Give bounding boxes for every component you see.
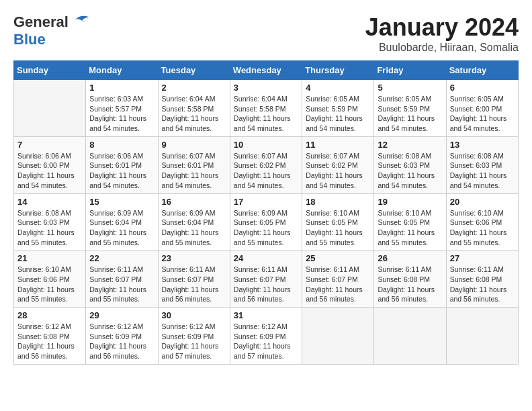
day-number: 9 bbox=[162, 140, 226, 150]
calendar-week-row: 28Sunrise: 6:12 AMSunset: 6:08 PMDayligh… bbox=[14, 308, 519, 365]
calendar-week-row: 21Sunrise: 6:10 AMSunset: 6:06 PMDayligh… bbox=[14, 250, 519, 308]
title-section: January 2024 Buulobarde, Hiiraan, Somali… bbox=[365, 13, 519, 54]
calendar-day-cell: 26Sunrise: 6:11 AMSunset: 6:08 PMDayligh… bbox=[374, 250, 446, 308]
logo-bird-icon bbox=[70, 14, 91, 29]
logo: General Blue bbox=[13, 13, 91, 48]
day-info: Sunrise: 6:10 AMSunset: 6:05 PMDaylight:… bbox=[378, 208, 442, 248]
day-info: Sunrise: 6:10 AMSunset: 6:05 PMDaylight:… bbox=[306, 208, 370, 248]
day-number: 25 bbox=[306, 253, 370, 263]
day-info: Sunrise: 6:09 AMSunset: 6:05 PMDaylight:… bbox=[234, 208, 298, 248]
empty-cell bbox=[14, 80, 86, 137]
calendar-day-cell: 19Sunrise: 6:10 AMSunset: 6:05 PMDayligh… bbox=[374, 193, 446, 250]
day-number: 23 bbox=[162, 253, 226, 263]
empty-cell bbox=[302, 308, 374, 365]
weekday-header: Saturday bbox=[446, 61, 518, 80]
day-info: Sunrise: 6:11 AMSunset: 6:07 PMDaylight:… bbox=[162, 265, 226, 304]
calendar-day-cell: 14Sunrise: 6:08 AMSunset: 6:03 PMDayligh… bbox=[14, 193, 86, 250]
day-info: Sunrise: 6:11 AMSunset: 6:07 PMDaylight:… bbox=[234, 265, 298, 304]
day-number: 15 bbox=[89, 197, 154, 207]
calendar-day-cell: 18Sunrise: 6:10 AMSunset: 6:05 PMDayligh… bbox=[302, 193, 374, 250]
day-number: 3 bbox=[234, 83, 298, 93]
day-number: 19 bbox=[378, 197, 442, 207]
day-info: Sunrise: 6:12 AMSunset: 6:09 PMDaylight:… bbox=[234, 322, 298, 361]
calendar-day-cell: 5Sunrise: 6:05 AMSunset: 5:59 PMDaylight… bbox=[374, 80, 446, 137]
calendar-day-cell: 22Sunrise: 6:11 AMSunset: 6:07 PMDayligh… bbox=[86, 250, 158, 308]
day-info: Sunrise: 6:04 AMSunset: 5:58 PMDaylight:… bbox=[234, 94, 298, 134]
day-info: Sunrise: 6:05 AMSunset: 5:59 PMDaylight:… bbox=[378, 94, 442, 134]
day-info: Sunrise: 6:10 AMSunset: 6:06 PMDaylight:… bbox=[17, 265, 82, 304]
day-number: 5 bbox=[378, 83, 442, 93]
calendar-day-cell: 4Sunrise: 6:05 AMSunset: 5:59 PMDaylight… bbox=[302, 80, 374, 137]
day-number: 14 bbox=[17, 197, 82, 207]
day-number: 18 bbox=[306, 197, 370, 207]
day-info: Sunrise: 6:12 AMSunset: 6:08 PMDaylight:… bbox=[17, 322, 82, 361]
day-number: 28 bbox=[17, 310, 82, 320]
day-number: 1 bbox=[89, 83, 154, 93]
day-info: Sunrise: 6:09 AMSunset: 6:04 PMDaylight:… bbox=[162, 208, 226, 248]
day-info: Sunrise: 6:04 AMSunset: 5:58 PMDaylight:… bbox=[162, 94, 226, 134]
logo-general-text: General bbox=[13, 13, 69, 31]
calendar-day-cell: 8Sunrise: 6:06 AMSunset: 6:01 PMDaylight… bbox=[86, 136, 158, 193]
day-info: Sunrise: 6:08 AMSunset: 6:03 PMDaylight:… bbox=[378, 151, 442, 191]
calendar-day-cell: 17Sunrise: 6:09 AMSunset: 6:05 PMDayligh… bbox=[230, 193, 302, 250]
calendar-week-row: 1Sunrise: 6:03 AMSunset: 5:57 PMDaylight… bbox=[14, 80, 519, 137]
calendar-day-cell: 21Sunrise: 6:10 AMSunset: 6:06 PMDayligh… bbox=[14, 250, 86, 308]
calendar-day-cell: 9Sunrise: 6:07 AMSunset: 6:01 PMDaylight… bbox=[158, 136, 230, 193]
day-number: 22 bbox=[89, 253, 154, 263]
calendar-week-row: 14Sunrise: 6:08 AMSunset: 6:03 PMDayligh… bbox=[14, 193, 519, 250]
day-number: 11 bbox=[306, 140, 370, 150]
day-info: Sunrise: 6:12 AMSunset: 6:09 PMDaylight:… bbox=[162, 322, 226, 361]
day-number: 16 bbox=[162, 197, 226, 207]
day-number: 26 bbox=[378, 253, 442, 263]
day-number: 7 bbox=[17, 140, 82, 150]
page-header: General Blue January 2024 Buulobarde, Hi… bbox=[13, 13, 519, 54]
calendar-day-cell: 29Sunrise: 6:12 AMSunset: 6:09 PMDayligh… bbox=[86, 308, 158, 365]
day-info: Sunrise: 6:10 AMSunset: 6:06 PMDaylight:… bbox=[450, 208, 515, 248]
day-number: 12 bbox=[378, 140, 442, 150]
calendar-day-cell: 23Sunrise: 6:11 AMSunset: 6:07 PMDayligh… bbox=[158, 250, 230, 308]
calendar-day-cell: 7Sunrise: 6:06 AMSunset: 6:00 PMDaylight… bbox=[14, 136, 86, 193]
calendar-week-row: 7Sunrise: 6:06 AMSunset: 6:00 PMDaylight… bbox=[14, 136, 519, 193]
day-number: 4 bbox=[306, 83, 370, 93]
empty-cell bbox=[446, 308, 518, 365]
day-number: 17 bbox=[234, 197, 298, 207]
day-info: Sunrise: 6:11 AMSunset: 6:07 PMDaylight:… bbox=[89, 265, 154, 304]
day-info: Sunrise: 6:08 AMSunset: 6:03 PMDaylight:… bbox=[450, 151, 515, 191]
day-number: 31 bbox=[234, 310, 298, 320]
day-number: 6 bbox=[450, 83, 515, 93]
calendar-day-cell: 24Sunrise: 6:11 AMSunset: 6:07 PMDayligh… bbox=[230, 250, 302, 308]
calendar-day-cell: 6Sunrise: 6:05 AMSunset: 6:00 PMDaylight… bbox=[446, 80, 518, 137]
day-info: Sunrise: 6:07 AMSunset: 6:02 PMDaylight:… bbox=[306, 151, 370, 191]
calendar-day-cell: 30Sunrise: 6:12 AMSunset: 6:09 PMDayligh… bbox=[158, 308, 230, 365]
logo-blue-text: Blue bbox=[13, 31, 46, 48]
weekday-header: Sunday bbox=[14, 61, 86, 80]
calendar-day-cell: 2Sunrise: 6:04 AMSunset: 5:58 PMDaylight… bbox=[158, 80, 230, 137]
weekday-header: Thursday bbox=[302, 61, 374, 80]
day-info: Sunrise: 6:07 AMSunset: 6:02 PMDaylight:… bbox=[234, 151, 298, 191]
calendar-title: January 2024 bbox=[365, 13, 519, 42]
day-info: Sunrise: 6:12 AMSunset: 6:09 PMDaylight:… bbox=[89, 322, 154, 361]
day-info: Sunrise: 6:06 AMSunset: 6:00 PMDaylight:… bbox=[17, 151, 82, 191]
day-info: Sunrise: 6:05 AMSunset: 5:59 PMDaylight:… bbox=[306, 94, 370, 134]
calendar-day-cell: 13Sunrise: 6:08 AMSunset: 6:03 PMDayligh… bbox=[446, 136, 518, 193]
day-number: 29 bbox=[89, 310, 154, 320]
calendar-day-cell: 3Sunrise: 6:04 AMSunset: 5:58 PMDaylight… bbox=[230, 80, 302, 137]
calendar-subtitle: Buulobarde, Hiiraan, Somalia bbox=[365, 42, 519, 54]
calendar-day-cell: 27Sunrise: 6:11 AMSunset: 6:08 PMDayligh… bbox=[446, 250, 518, 308]
calendar-day-cell: 15Sunrise: 6:09 AMSunset: 6:04 PMDayligh… bbox=[86, 193, 158, 250]
calendar-day-cell: 1Sunrise: 6:03 AMSunset: 5:57 PMDaylight… bbox=[86, 80, 158, 137]
calendar-table: SundayMondayTuesdayWednesdayThursdayFrid… bbox=[13, 60, 519, 365]
calendar-day-cell: 25Sunrise: 6:11 AMSunset: 6:07 PMDayligh… bbox=[302, 250, 374, 308]
weekday-header-row: SundayMondayTuesdayWednesdayThursdayFrid… bbox=[14, 61, 519, 80]
day-number: 8 bbox=[89, 140, 154, 150]
weekday-header: Monday bbox=[86, 61, 158, 80]
day-number: 13 bbox=[450, 140, 515, 150]
day-number: 2 bbox=[162, 83, 226, 93]
calendar-day-cell: 11Sunrise: 6:07 AMSunset: 6:02 PMDayligh… bbox=[302, 136, 374, 193]
day-info: Sunrise: 6:03 AMSunset: 5:57 PMDaylight:… bbox=[89, 94, 154, 134]
day-number: 20 bbox=[450, 197, 515, 207]
day-info: Sunrise: 6:09 AMSunset: 6:04 PMDaylight:… bbox=[89, 208, 154, 248]
day-info: Sunrise: 6:05 AMSunset: 6:00 PMDaylight:… bbox=[450, 94, 515, 134]
calendar-day-cell: 10Sunrise: 6:07 AMSunset: 6:02 PMDayligh… bbox=[230, 136, 302, 193]
day-number: 30 bbox=[162, 310, 226, 320]
